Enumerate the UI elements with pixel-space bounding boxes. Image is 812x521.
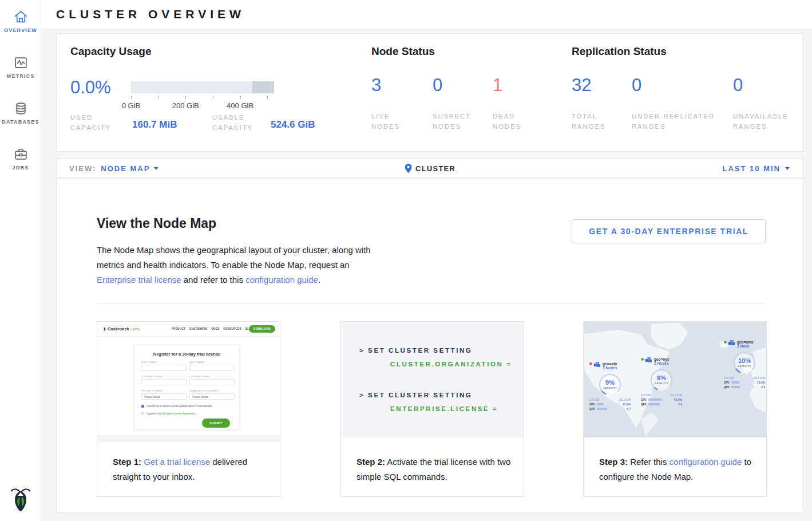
capacity-arc-gauge: 10% CAPACITY (732, 350, 757, 376)
home-icon (13, 9, 29, 25)
mini-site-nav-item: DOCS (211, 327, 219, 330)
sidebar-item-jobs[interactable]: JOBS (0, 147, 41, 171)
trial-license-site-screenshot: Cockroach LABS PRODUCT CUSTOMERS DOCS RE… (97, 322, 280, 442)
form-title: Register for a 30-day trial license (134, 352, 239, 357)
qps-row: QPS4.7 (589, 407, 631, 411)
view-dropdown[interactable]: NODE MAP (101, 164, 159, 173)
form-submit-button: SUBMIT (202, 419, 230, 428)
metrics-icon (13, 55, 29, 70)
sql-commands-illustration: > SET CLUSTER SETTING CLUSTER.ORGANIZATI… (341, 322, 524, 437)
gauge-tick-label: 0 GiB (122, 101, 141, 110)
cpu-row: CPU11.0% (589, 402, 631, 406)
configuration-guide-link[interactable]: configuration guide (245, 275, 318, 285)
live-nodes-label: LIVENODES (371, 111, 400, 132)
view-dropdown-value: NODE MAP (101, 164, 150, 173)
capacity-usage-title: Capacity Usage (70, 45, 152, 58)
total-ranges-label: TOTALRANGES (572, 111, 605, 132)
divider (97, 303, 766, 303)
form-field: FIRST NAME (141, 361, 187, 371)
description-line: The Node Map shows the geographical layo… (97, 243, 371, 258)
node-map-description: The Node Map shows the geographical layo… (97, 243, 371, 287)
node-cubes-icon (594, 362, 601, 368)
form-field: COMPANY EMAIL (189, 375, 235, 385)
sidebar-item-metrics[interactable]: METRICS (0, 55, 41, 79)
location-pin-icon (405, 164, 411, 173)
sidebar-item-overview[interactable]: OVERVIEW (0, 9, 41, 33)
node-map-preview: geo=sfo2 Nodes 9% CAPACITY 3.2 GiB35.1 G… (584, 322, 766, 437)
gauge-tick (267, 96, 268, 99)
step-2-caption: Step 2: Activate the trial license with … (357, 455, 514, 484)
step-card-1: Cockroach LABS PRODUCT CUSTOMERS DOCS RE… (97, 321, 280, 497)
node-map-panel: View the Node Map The Node Map shows the… (56, 179, 804, 513)
cockroachdb-admin-ui: OVERVIEW METRICS DATABASES JOBS (0, 0, 812, 521)
step-card-3: geo=sfo2 Nodes 9% CAPACITY 3.2 GiB35.1 G… (583, 321, 767, 497)
form-field: LAST NAME (189, 361, 235, 371)
dead-nodes-value: 1 (493, 75, 502, 96)
gauge-tick-label: 400 GiB (227, 101, 253, 110)
capacity-arc-gauge: 6% CAPACITY (649, 368, 674, 393)
time-range-dropdown[interactable]: LAST 10 MIN (723, 159, 790, 177)
capacity-percent: 0.0% (70, 77, 111, 98)
main-content: CLUSTER OVERVIEW Capacity Usage 0.0% 0 G… (41, 0, 812, 521)
view-selector: VIEW: NODE MAP (69, 159, 159, 177)
mini-site-nav-item: CUSTOMERS (189, 327, 207, 330)
replication-status-title: Replication Status (572, 45, 667, 58)
cpu-row: CPU42.5% (641, 398, 682, 401)
time-range-value: LAST 10 MIN (723, 164, 781, 173)
live-status-dot (641, 358, 644, 361)
sidebar-item-label: DATABASES (2, 119, 39, 125)
total-ranges-value: 32 (572, 75, 591, 96)
sidebar-item-label: JOBS (12, 165, 29, 171)
cockroach-bug-icon (103, 326, 106, 331)
mini-site-nav-item: RESOURCES (224, 327, 241, 330)
capacity-gauge-bar (131, 81, 274, 93)
description-line: metrics and health indicators. To enable… (97, 258, 371, 273)
sidebar-item-label: OVERVIEW (4, 27, 37, 33)
trial-license-form: Register for a 30-day trial license FIRS… (134, 345, 240, 429)
usable-capacity-value: 524.6 GiB (271, 119, 315, 131)
get-trial-license-link[interactable]: Get a trial license (144, 457, 210, 467)
sidebar-item-label: METRICS (7, 73, 35, 79)
page-title: CLUSTER OVERVIEW (56, 7, 245, 21)
unavailable-ranges-label: UNAVAILABLERANGES (733, 111, 789, 132)
sql-argument: CLUSTER.ORGANIZATION = (390, 361, 512, 368)
cluster-breadcrumb-label: CLUSTER (415, 164, 455, 173)
under-replicated-ranges-value: 0 (632, 75, 641, 96)
used-capacity-label: USED CAPACITY (70, 112, 125, 133)
under-replicated-ranges-label: UNDER-REPLICATEDRANGES (632, 111, 715, 132)
unavailable-ranges-value: 0 (733, 75, 743, 96)
form-field: REASON FOR INTERESTPlease Select (189, 389, 235, 400)
live-status-dot (724, 341, 727, 344)
mini-site-nav-item: PRODUCT (172, 327, 185, 330)
briefcase-icon (13, 147, 29, 162)
mini-site-download-button: DOWNLOAD (249, 325, 275, 333)
step-1-caption: Step 1: Get a trial license delivered st… (113, 455, 270, 484)
capacity-arc-gauge: 9% CAPACITY (597, 372, 623, 397)
sidebar-item-databases[interactable]: DATABASES (0, 101, 41, 125)
step-card-2: > SET CLUSTER SETTING CLUSTER.ORGANIZATI… (340, 321, 524, 497)
gauge-tick (159, 96, 159, 99)
sql-command: > SET CLUSTER SETTING (359, 347, 472, 354)
checkbox-checked-icon (141, 405, 144, 408)
cpu-row: CPU13.3% (724, 381, 765, 384)
page-header: CLUSTER OVERVIEW (41, 0, 812, 29)
enterprise-trial-license-link[interactable]: Enterprise trial license (97, 275, 181, 285)
node-cubes-icon (645, 357, 652, 363)
form-field: PROJECT PHASEPlease Select (141, 389, 187, 400)
enterprise-trial-button[interactable]: GET A 30-DAY ENTERPRISE TRIAL (572, 219, 766, 243)
node-status-title: Node Status (371, 45, 435, 58)
chevron-down-icon (154, 167, 159, 170)
sql-command: > SET CLUSTER SETTING (359, 392, 472, 398)
description-line: Enterprise trial license and refer to th… (97, 273, 371, 287)
qps-row: QPS8.8 (641, 402, 682, 406)
live-nodes-value: 3 (371, 75, 381, 96)
capacity-gauge: 0 GiB 200 GiB 400 GiB (131, 81, 274, 110)
gauge-tick (240, 96, 241, 99)
capacity-gauge-reserved-segment (252, 81, 274, 93)
sidebar: OVERVIEW METRICS DATABASES JOBS (0, 0, 41, 521)
view-bar: VIEW: NODE MAP CLUSTER LAST 10 MIN (56, 159, 804, 178)
node-cubes-icon (728, 340, 735, 346)
breadcrumb-cluster: CLUSTER (405, 159, 455, 177)
dead-nodes-label: DEADNODES (493, 111, 521, 132)
configuration-guide-link[interactable]: configuration guide (670, 457, 742, 467)
